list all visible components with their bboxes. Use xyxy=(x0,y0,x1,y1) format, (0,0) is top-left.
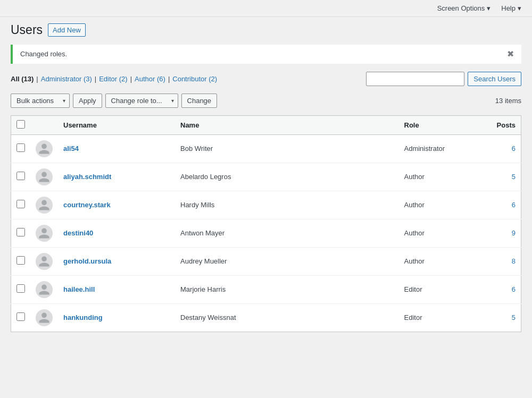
avatar-3 xyxy=(36,225,53,242)
post-count-link-2[interactable]: 6 xyxy=(512,201,516,209)
td-posts-4: 8 xyxy=(479,247,521,275)
td-role-5: Editor xyxy=(399,275,479,303)
actions-bar: Bulk actions Delete ▾ Apply Change role … xyxy=(11,90,521,111)
change-button[interactable]: Change xyxy=(181,94,218,108)
td-name-6: Destany Weissnat xyxy=(175,303,399,332)
username-link-4[interactable]: gerhold.ursula xyxy=(63,257,111,265)
table-row: aliyah.schmidt Abelardo Legros Author 5 xyxy=(11,163,521,191)
th-avatar xyxy=(30,115,58,134)
items-count: 13 items xyxy=(495,97,521,105)
post-count-link-3[interactable]: 9 xyxy=(512,229,516,237)
user-avatar-icon xyxy=(38,142,51,155)
user-avatar-icon xyxy=(38,199,51,211)
username-link-6[interactable]: hankunding xyxy=(63,314,103,321)
filter-administrator[interactable]: Administrator (3) xyxy=(41,75,92,83)
search-users-input[interactable] xyxy=(366,72,464,86)
users-table-body: ali54 Bob Writer Administrator 6 aliyah.… xyxy=(11,134,521,332)
th-username-link[interactable]: Username xyxy=(63,121,97,129)
td-avatar-1 xyxy=(30,163,58,191)
table-row: destini40 Antwon Mayer Author 9 xyxy=(11,219,521,247)
row-checkbox-4[interactable] xyxy=(16,256,25,265)
td-name-1: Abelardo Legros xyxy=(175,163,399,191)
page-header: Users Add New xyxy=(11,22,521,38)
th-posts: Posts xyxy=(479,115,521,134)
th-name: Name xyxy=(175,115,399,134)
post-count-link-1[interactable]: 5 xyxy=(512,173,516,181)
row-checkbox-6[interactable] xyxy=(16,312,25,321)
bulk-actions-wrap: Bulk actions Delete ▾ xyxy=(11,94,70,108)
search-users-button[interactable]: Search Users xyxy=(468,72,521,86)
notice-message: Changed roles. xyxy=(20,50,67,58)
td-posts-2: 6 xyxy=(479,191,521,219)
td-avatar-6 xyxy=(30,303,58,332)
th-role-label: Role xyxy=(404,121,419,129)
td-posts-3: 9 xyxy=(479,219,521,247)
help-button[interactable]: Help ▾ xyxy=(496,2,527,14)
td-role-1: Author xyxy=(399,163,479,191)
td-username-4: gerhold.ursula xyxy=(58,247,175,275)
table-row: ali54 Bob Writer Administrator 6 xyxy=(11,134,521,163)
td-role-3: Author xyxy=(399,219,479,247)
filter-author[interactable]: Author (6) xyxy=(135,75,165,83)
screen-options-button[interactable]: Screen Options ▾ xyxy=(432,2,496,14)
filter-links: All (13) | Administrator (3) | Editor (2… xyxy=(11,75,217,83)
filter-editor[interactable]: Editor (2) xyxy=(99,75,127,83)
table-row: courtney.stark Hardy Mills Author 6 xyxy=(11,191,521,219)
post-count-link-6[interactable]: 5 xyxy=(512,314,516,321)
tablenav-top: All (13) | Administrator (3) | Editor (2… xyxy=(11,72,521,86)
select-all-checkbox[interactable] xyxy=(16,120,25,129)
th-username: Username xyxy=(58,115,175,134)
td-checkbox-2 xyxy=(11,191,31,219)
td-name-5: Marjorie Harris xyxy=(175,275,399,303)
apply-button[interactable]: Apply xyxy=(73,94,102,108)
row-checkbox-5[interactable] xyxy=(16,284,25,293)
username-link-3[interactable]: destini40 xyxy=(63,229,93,237)
td-avatar-2 xyxy=(30,191,58,219)
bulk-actions-select[interactable]: Bulk actions Delete xyxy=(11,94,70,108)
td-username-5: hailee.hill xyxy=(58,275,175,303)
notice-banner: Changed roles. ✖ xyxy=(11,45,521,64)
username-link-5[interactable]: hailee.hill xyxy=(63,285,95,293)
row-checkbox-2[interactable] xyxy=(16,200,25,208)
table-row: hankunding Destany Weissnat Editor 5 xyxy=(11,303,521,332)
td-name-0: Bob Writer xyxy=(175,134,399,163)
avatar-5 xyxy=(36,281,53,298)
td-checkbox-6 xyxy=(11,303,31,332)
top-bar: Screen Options ▾ Help ▾ xyxy=(0,0,532,17)
post-count-link-4[interactable]: 8 xyxy=(512,257,516,265)
td-checkbox-0 xyxy=(11,134,31,163)
td-role-6: Editor xyxy=(399,303,479,332)
td-posts-5: 6 xyxy=(479,275,521,303)
td-role-4: Author xyxy=(399,247,479,275)
avatar-4 xyxy=(36,253,53,270)
th-posts-label: Posts xyxy=(497,121,516,129)
row-checkbox-1[interactable] xyxy=(16,172,25,180)
td-checkbox-5 xyxy=(11,275,31,303)
change-role-select[interactable]: Change role to... Administrator Editor A… xyxy=(105,94,178,108)
td-posts-1: 5 xyxy=(479,163,521,191)
row-checkbox-0[interactable] xyxy=(16,143,25,152)
post-count-link-0[interactable]: 6 xyxy=(512,145,516,153)
screen-options-label: Screen Options xyxy=(437,4,485,12)
td-username-0: ali54 xyxy=(58,134,175,163)
td-checkbox-1 xyxy=(11,163,31,191)
filter-all[interactable]: All (13) xyxy=(11,75,34,83)
username-link-2[interactable]: courtney.stark xyxy=(63,201,111,209)
filter-contributor[interactable]: Contributor (2) xyxy=(172,75,217,83)
td-checkbox-3 xyxy=(11,219,31,247)
td-username-3: destini40 xyxy=(58,219,175,247)
notice-dismiss-button[interactable]: ✖ xyxy=(507,50,514,58)
table-row: gerhold.ursula Audrey Mueller Author 8 xyxy=(11,247,521,275)
post-count-link-5[interactable]: 6 xyxy=(512,285,516,293)
td-role-2: Author xyxy=(399,191,479,219)
user-avatar-icon xyxy=(38,255,51,268)
add-new-button[interactable]: Add New xyxy=(48,23,86,37)
username-link-0[interactable]: ali54 xyxy=(63,145,79,153)
actions-left: Bulk actions Delete ▾ Apply Change role … xyxy=(11,94,217,108)
th-name-label: Name xyxy=(180,121,199,129)
username-link-1[interactable]: aliyah.schmidt xyxy=(63,173,111,181)
user-avatar-icon xyxy=(38,311,51,324)
page-title: Users xyxy=(11,22,43,38)
td-name-4: Audrey Mueller xyxy=(175,247,399,275)
row-checkbox-3[interactable] xyxy=(16,228,25,236)
